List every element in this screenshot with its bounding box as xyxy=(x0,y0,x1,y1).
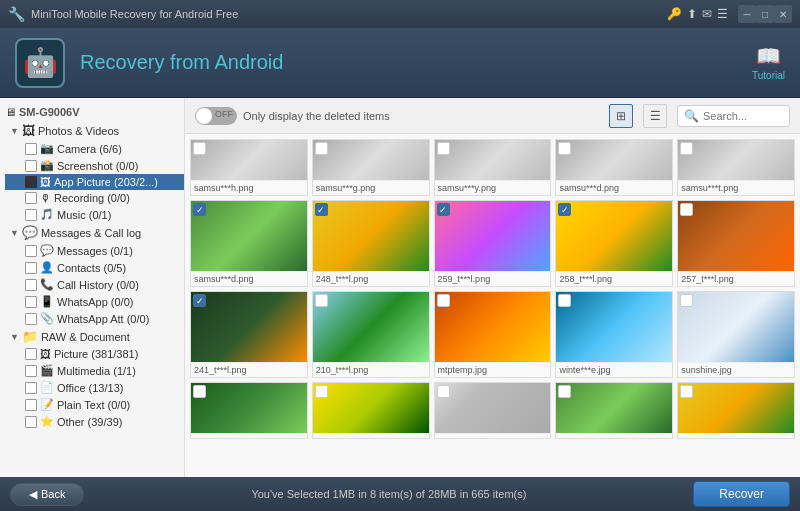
check-overlay[interactable] xyxy=(558,142,571,155)
check-overlay[interactable] xyxy=(558,294,571,307)
check-overlay[interactable] xyxy=(315,294,328,307)
deleted-toggle[interactable]: OFF xyxy=(195,107,237,125)
check-overlay[interactable] xyxy=(680,203,693,216)
status-text: You've Selected 1MB in 8 item(s) of 28MB… xyxy=(94,488,683,500)
checkbox-contacts[interactable] xyxy=(25,262,37,274)
grid-view-button[interactable]: ⊞ xyxy=(609,104,633,128)
photos-icon: 🖼 xyxy=(22,123,35,138)
checkbox-picture[interactable] xyxy=(25,348,37,360)
check-overlay[interactable] xyxy=(437,385,450,398)
multimedia-icon: 🎬 xyxy=(40,364,54,377)
thumbnail xyxy=(678,292,794,362)
check-overlay[interactable] xyxy=(193,142,206,155)
grid-item[interactable]: samsu***t.png xyxy=(677,139,795,196)
thumbnail xyxy=(191,292,307,362)
filename xyxy=(556,433,672,438)
sidebar-item-multimedia[interactable]: 🎬 Multimedia (1/1) xyxy=(5,362,184,379)
other-icon: ⭐ xyxy=(40,415,54,428)
sidebar-item-office[interactable]: 📄 Office (13/13) xyxy=(5,379,184,396)
sidebar-item-camera[interactable]: 📷 Camera (6/6) xyxy=(5,140,184,157)
check-overlay[interactable] xyxy=(680,294,693,307)
grid-item[interactable]: ✓ 248_t***l.png xyxy=(312,200,430,287)
grid-item[interactable]: ✓ 241_t***l.png xyxy=(190,291,308,378)
checkbox-plaintext[interactable] xyxy=(25,399,37,411)
grid-item[interactable]: 210_t***l.png xyxy=(312,291,430,378)
check-overlay[interactable] xyxy=(315,385,328,398)
close-button[interactable]: ✕ xyxy=(774,5,792,23)
sidebar-item-apppicture[interactable]: 🖼 App Picture (203/2...) xyxy=(5,174,184,190)
list-view-button[interactable]: ☰ xyxy=(643,104,667,128)
sidebar-category-photos[interactable]: ▼ 🖼 Photos & Videos xyxy=(5,121,184,140)
checkbox-other[interactable] xyxy=(25,416,37,428)
check-overlay[interactable]: ✓ xyxy=(558,203,571,216)
search-input[interactable] xyxy=(703,110,783,122)
check-overlay[interactable] xyxy=(193,385,206,398)
check-overlay[interactable] xyxy=(437,142,450,155)
sidebar-item-whatsapp[interactable]: 📱 WhatsApp (0/0) xyxy=(5,293,184,310)
filename: 241_t***l.png xyxy=(191,362,307,377)
grid-item[interactable]: mtptemp.jpg xyxy=(434,291,552,378)
sidebar-item-other[interactable]: ⭐ Other (39/39) xyxy=(5,413,184,430)
checkbox-messages[interactable] xyxy=(25,245,37,257)
checkbox-music[interactable] xyxy=(25,209,37,221)
check-overlay[interactable] xyxy=(680,142,693,155)
sidebar-item-music[interactable]: 🎵 Music (0/1) xyxy=(5,206,184,223)
checkbox-screenshot[interactable] xyxy=(25,160,37,172)
back-button[interactable]: ◀ Back xyxy=(10,483,84,506)
check-overlay[interactable]: ✓ xyxy=(193,294,206,307)
sidebar-item-whatsappatt[interactable]: 📎 WhatsApp Att (0/0) xyxy=(5,310,184,327)
call-icon: 📞 xyxy=(40,278,54,291)
sidebar-item-plaintext[interactable]: 📝 Plain Text (0/0) xyxy=(5,396,184,413)
check-overlay[interactable]: ✓ xyxy=(315,203,328,216)
checkbox-whatsappatt[interactable] xyxy=(25,313,37,325)
toggle-state: OFF xyxy=(215,109,233,119)
check-overlay[interactable]: ✓ xyxy=(437,203,450,216)
sidebar-item-recording[interactable]: 🎙 Recording (0/0) xyxy=(5,190,184,206)
tutorial-icon: 📖 xyxy=(756,44,781,68)
grid-item[interactable] xyxy=(312,382,430,439)
checkbox-camera[interactable] xyxy=(25,143,37,155)
title-icon: 🔧 xyxy=(8,6,25,22)
checkbox-whatsapp[interactable] xyxy=(25,296,37,308)
sidebar-item-screenshot[interactable]: 📸 Screenshot (0/0) xyxy=(5,157,184,174)
check-overlay[interactable] xyxy=(315,142,328,155)
grid-item[interactable]: samsu***h.png xyxy=(190,139,308,196)
grid-item[interactable] xyxy=(190,382,308,439)
check-overlay[interactable] xyxy=(437,294,450,307)
thumbnail xyxy=(313,201,429,271)
tutorial-button[interactable]: 📖 Tutorial xyxy=(752,44,785,81)
grid-item[interactable]: sunshine.jpg xyxy=(677,291,795,378)
grid-item[interactable]: samsu***d.png xyxy=(555,139,673,196)
sidebar-item-messages[interactable]: 💬 Messages (0/1) xyxy=(5,242,184,259)
checkbox-multimedia[interactable] xyxy=(25,365,37,377)
checkbox-apppicture[interactable] xyxy=(25,176,37,188)
filename: 210_t***l.png xyxy=(313,362,429,377)
checkbox-office[interactable] xyxy=(25,382,37,394)
upload-icon: ⬆ xyxy=(687,7,697,21)
grid-item[interactable]: winte***e.jpg xyxy=(555,291,673,378)
grid-item[interactable]: ✓ samsu***d.png xyxy=(190,200,308,287)
grid-item[interactable] xyxy=(555,382,673,439)
grid-item[interactable]: ✓ 259_t***l.png xyxy=(434,200,552,287)
checkbox-callhistory[interactable] xyxy=(25,279,37,291)
grid-item[interactable]: samsu***y.png xyxy=(434,139,552,196)
check-overlay[interactable]: ✓ xyxy=(193,203,206,216)
minimize-button[interactable]: ─ xyxy=(738,5,756,23)
grid-item[interactable]: 257_t***l.png xyxy=(677,200,795,287)
photo-grid: samsu***h.png samsu***g.png samsu***y.pn… xyxy=(185,134,800,477)
grid-item[interactable]: samsu***g.png xyxy=(312,139,430,196)
sidebar-category-raw[interactable]: ▼ 📁 RAW & Document xyxy=(5,327,184,346)
sidebar-item-callhistory[interactable]: 📞 Call History (0/0) xyxy=(5,276,184,293)
recover-button[interactable]: Recover xyxy=(693,481,790,507)
check-overlay[interactable] xyxy=(558,385,571,398)
grid-item[interactable] xyxy=(677,382,795,439)
check-overlay[interactable] xyxy=(680,385,693,398)
grid-item[interactable] xyxy=(434,382,552,439)
grid-item[interactable]: ✓ 258_t***l.png xyxy=(555,200,673,287)
sidebar-item-contacts[interactable]: 👤 Contacts (0/5) xyxy=(5,259,184,276)
picture-icon: 🖼 xyxy=(40,348,51,360)
checkbox-recording[interactable] xyxy=(25,192,37,204)
sidebar-item-picture[interactable]: 🖼 Picture (381/381) xyxy=(5,346,184,362)
maximize-button[interactable]: □ xyxy=(756,5,774,23)
sidebar-category-messages[interactable]: ▼ 💬 Messages & Call log xyxy=(5,223,184,242)
